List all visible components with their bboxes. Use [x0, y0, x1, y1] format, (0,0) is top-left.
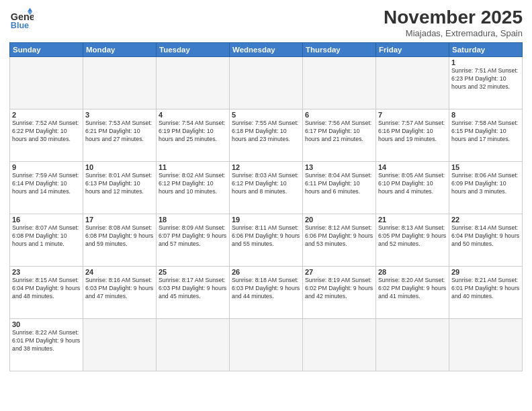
- day-info: Sunrise: 7:59 AM Sunset: 6:14 PM Dayligh…: [12, 172, 81, 196]
- day-number: 1: [451, 58, 520, 66]
- day-info: Sunrise: 8:18 AM Sunset: 6:03 PM Dayligh…: [232, 277, 300, 301]
- weekday-saturday: Saturday: [449, 43, 523, 57]
- day-number: 27: [305, 268, 373, 276]
- day-info: Sunrise: 7:55 AM Sunset: 6:18 PM Dayligh…: [232, 120, 300, 144]
- title-block: November 2025 Miajadas, Extremadura, Spa…: [384, 7, 523, 38]
- weekday-friday: Friday: [376, 43, 449, 57]
- day-info: Sunrise: 8:16 AM Sunset: 6:03 PM Dayligh…: [85, 277, 154, 301]
- day-number: 12: [232, 163, 300, 171]
- calendar-cell: 9Sunrise: 7:59 AM Sunset: 6:14 PM Daylig…: [10, 162, 83, 214]
- day-number: 3: [85, 111, 154, 119]
- calendar-cell: 13Sunrise: 8:04 AM Sunset: 6:11 PM Dayli…: [303, 162, 376, 214]
- calendar-cell: 26Sunrise: 8:18 AM Sunset: 6:03 PM Dayli…: [230, 267, 303, 319]
- calendar-cell: [230, 319, 303, 371]
- calendar-cell: 12Sunrise: 8:03 AM Sunset: 6:12 PM Dayli…: [230, 162, 303, 214]
- day-number: 10: [85, 163, 154, 171]
- day-number: 23: [12, 268, 81, 276]
- calendar-cell: 8Sunrise: 7:58 AM Sunset: 6:15 PM Daylig…: [449, 109, 523, 162]
- calendar-cell: 15Sunrise: 8:06 AM Sunset: 6:09 PM Dayli…: [449, 162, 523, 214]
- day-number: 16: [12, 216, 81, 224]
- day-info: Sunrise: 7:56 AM Sunset: 6:17 PM Dayligh…: [305, 120, 373, 144]
- calendar-cell: 21Sunrise: 8:13 AM Sunset: 6:05 PM Dayli…: [376, 214, 449, 267]
- day-info: Sunrise: 8:05 AM Sunset: 6:10 PM Dayligh…: [378, 172, 447, 196]
- weekday-wednesday: Wednesday: [230, 43, 303, 57]
- day-info: Sunrise: 7:53 AM Sunset: 6:21 PM Dayligh…: [85, 120, 154, 144]
- calendar-cell: [303, 319, 376, 371]
- day-number: 30: [12, 320, 81, 328]
- day-info: Sunrise: 7:52 AM Sunset: 6:22 PM Dayligh…: [12, 120, 81, 144]
- calendar-cell: 5Sunrise: 7:55 AM Sunset: 6:18 PM Daylig…: [230, 109, 303, 162]
- day-number: 28: [378, 268, 447, 276]
- calendar-cell: 24Sunrise: 8:16 AM Sunset: 6:03 PM Dayli…: [83, 267, 157, 319]
- day-info: Sunrise: 8:13 AM Sunset: 6:05 PM Dayligh…: [378, 224, 447, 248]
- calendar-cell: 18Sunrise: 8:09 AM Sunset: 6:07 PM Dayli…: [157, 214, 230, 267]
- svg-text:Blue: Blue: [11, 21, 29, 30]
- weekday-thursday: Thursday: [303, 43, 376, 57]
- day-number: 15: [451, 163, 520, 171]
- calendar-cell: 16Sunrise: 8:07 AM Sunset: 6:08 PM Dayli…: [10, 214, 83, 267]
- calendar-cell: 22Sunrise: 8:14 AM Sunset: 6:04 PM Dayli…: [449, 214, 523, 267]
- day-number: 13: [305, 163, 373, 171]
- day-info: Sunrise: 7:54 AM Sunset: 6:19 PM Dayligh…: [159, 120, 227, 144]
- calendar-cell: 3Sunrise: 7:53 AM Sunset: 6:21 PM Daylig…: [83, 109, 157, 162]
- calendar-cell: [83, 319, 157, 371]
- day-info: Sunrise: 8:03 AM Sunset: 6:12 PM Dayligh…: [232, 172, 300, 196]
- day-number: 26: [232, 268, 300, 276]
- day-info: Sunrise: 7:57 AM Sunset: 6:16 PM Dayligh…: [378, 120, 447, 144]
- day-number: 14: [378, 163, 447, 171]
- day-number: 17: [85, 216, 154, 224]
- day-info: Sunrise: 8:06 AM Sunset: 6:09 PM Dayligh…: [451, 172, 520, 196]
- calendar-cell: 2Sunrise: 7:52 AM Sunset: 6:22 PM Daylig…: [10, 109, 83, 162]
- calendar-cell: [157, 57, 230, 109]
- calendar-cell: 17Sunrise: 8:08 AM Sunset: 6:08 PM Dayli…: [83, 214, 157, 267]
- day-info: Sunrise: 8:22 AM Sunset: 6:01 PM Dayligh…: [12, 329, 81, 353]
- calendar-cell: [376, 319, 449, 371]
- weekday-tuesday: Tuesday: [157, 43, 230, 57]
- day-info: Sunrise: 8:20 AM Sunset: 6:02 PM Dayligh…: [378, 277, 447, 301]
- day-number: 7: [378, 111, 447, 119]
- calendar-cell: 7Sunrise: 7:57 AM Sunset: 6:16 PM Daylig…: [376, 109, 449, 162]
- calendar-cell: 6Sunrise: 7:56 AM Sunset: 6:17 PM Daylig…: [303, 109, 376, 162]
- day-number: 6: [305, 111, 373, 119]
- day-number: 20: [305, 216, 373, 224]
- calendar-cell: 10Sunrise: 8:01 AM Sunset: 6:13 PM Dayli…: [83, 162, 157, 214]
- calendar-cell: 4Sunrise: 7:54 AM Sunset: 6:19 PM Daylig…: [157, 109, 230, 162]
- calendar-cell: 14Sunrise: 8:05 AM Sunset: 6:10 PM Dayli…: [376, 162, 449, 214]
- day-number: 22: [451, 216, 520, 224]
- day-number: 24: [85, 268, 154, 276]
- day-info: Sunrise: 8:01 AM Sunset: 6:13 PM Dayligh…: [85, 172, 154, 196]
- day-number: 25: [159, 268, 227, 276]
- day-info: Sunrise: 8:04 AM Sunset: 6:11 PM Dayligh…: [305, 172, 373, 196]
- calendar-cell: [449, 319, 523, 371]
- day-number: 11: [159, 163, 227, 171]
- logo: General Blue: [9, 7, 34, 31]
- day-info: Sunrise: 8:09 AM Sunset: 6:07 PM Dayligh…: [159, 224, 227, 248]
- day-number: 8: [451, 111, 520, 119]
- day-number: 21: [378, 216, 447, 224]
- calendar-cell: 11Sunrise: 8:02 AM Sunset: 6:12 PM Dayli…: [157, 162, 230, 214]
- day-info: Sunrise: 8:08 AM Sunset: 6:08 PM Dayligh…: [85, 224, 154, 248]
- calendar-cell: 29Sunrise: 8:21 AM Sunset: 6:01 PM Dayli…: [449, 267, 523, 319]
- calendar-cell: [83, 57, 157, 109]
- day-number: 29: [451, 268, 520, 276]
- weekday-monday: Monday: [83, 43, 157, 57]
- day-number: 2: [12, 111, 81, 119]
- page-header: General Blue November 2025 Miajadas, Ext…: [9, 7, 523, 38]
- weekday-sunday: Sunday: [10, 43, 83, 57]
- day-info: Sunrise: 8:17 AM Sunset: 6:03 PM Dayligh…: [159, 277, 227, 301]
- calendar-cell: [157, 319, 230, 371]
- day-number: 19: [232, 216, 300, 224]
- weekday-header-row: SundayMondayTuesdayWednesdayThursdayFrid…: [10, 43, 523, 57]
- day-info: Sunrise: 8:12 AM Sunset: 6:06 PM Dayligh…: [305, 224, 373, 248]
- calendar-cell: 27Sunrise: 8:19 AM Sunset: 6:02 PM Dayli…: [303, 267, 376, 319]
- calendar-cell: 23Sunrise: 8:15 AM Sunset: 6:04 PM Dayli…: [10, 267, 83, 319]
- day-info: Sunrise: 8:19 AM Sunset: 6:02 PM Dayligh…: [305, 277, 373, 301]
- month-title: November 2025: [384, 7, 523, 28]
- calendar-cell: 30Sunrise: 8:22 AM Sunset: 6:01 PM Dayli…: [10, 319, 83, 371]
- day-info: Sunrise: 8:07 AM Sunset: 6:08 PM Dayligh…: [12, 224, 81, 248]
- calendar: SundayMondayTuesdayWednesdayThursdayFrid…: [9, 42, 523, 371]
- logo-icon: General Blue: [9, 7, 34, 31]
- location: Miajadas, Extremadura, Spain: [384, 28, 523, 38]
- calendar-cell: 20Sunrise: 8:12 AM Sunset: 6:06 PM Dayli…: [303, 214, 376, 267]
- day-info: Sunrise: 8:21 AM Sunset: 6:01 PM Dayligh…: [451, 277, 520, 301]
